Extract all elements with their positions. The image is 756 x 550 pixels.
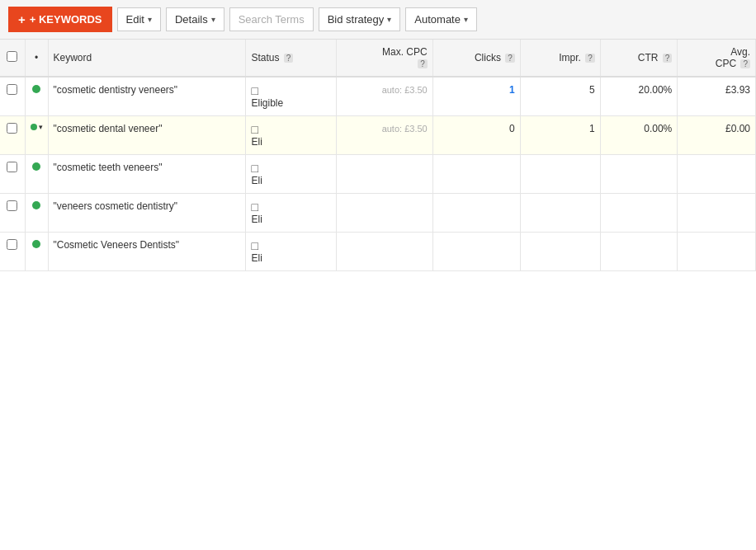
row-clicks-cell: 1	[432, 77, 520, 116]
row-checkbox-cell	[0, 116, 25, 155]
row-keyword-cell: "cosmetic dentistry veneers"	[48, 77, 246, 116]
status-icon: □	[251, 84, 258, 97]
row-checkbox[interactable]	[7, 123, 17, 134]
row-impr-cell	[520, 155, 600, 194]
search-terms-label: Search Terms	[239, 13, 305, 26]
row-keyword-cell: "cosmetic teeth veneers"	[48, 155, 246, 194]
row-keyword-cell: "Cosmetic Veneers Dentists"	[48, 233, 246, 271]
avg-cpc-help-icon[interactable]: ?	[740, 59, 750, 68]
row-clicks-cell	[432, 233, 520, 271]
dot-dropdown-caret-icon: ▾	[39, 123, 43, 131]
toolbar: + + KEYWORDS Edit ▾ Details ▾ Search Ter…	[0, 0, 756, 40]
row-checkbox[interactable]	[7, 162, 17, 172]
row-avg-cpc-cell: £0.00	[678, 116, 756, 155]
row-avg-cpc-cell: £3.93	[678, 77, 756, 116]
status-text: Eligible	[251, 97, 283, 109]
status-text: Eli	[251, 175, 262, 186]
search-terms-button[interactable]: Search Terms	[229, 7, 314, 31]
row-ctr-cell	[600, 155, 678, 194]
row-impr-cell: 1	[520, 116, 600, 155]
select-all-checkbox[interactable]	[7, 51, 17, 62]
header-avg-cpc-col: Avg.CPC ?	[678, 40, 756, 77]
edit-button[interactable]: Edit ▾	[117, 7, 161, 31]
details-label: Details	[175, 13, 208, 26]
row-impr-cell: 5	[520, 77, 600, 116]
status-text: Eli	[251, 136, 262, 148]
edit-label: Edit	[126, 13, 144, 26]
status-icon: □	[251, 200, 258, 214]
row-checkbox[interactable]	[7, 200, 17, 211]
details-button[interactable]: Details ▾	[166, 7, 224, 31]
impr-help-icon[interactable]: ?	[585, 54, 595, 63]
header-checkbox-col	[0, 40, 25, 77]
row-max-cpc-cell: auto: £3.50	[337, 116, 433, 155]
row-impr-cell	[520, 194, 600, 233]
status-text: Eli	[251, 214, 262, 225]
row-avg-cpc-cell	[678, 194, 756, 233]
row-status-cell: □Eli	[246, 233, 337, 271]
row-clicks-cell	[432, 194, 520, 233]
row-keyword-cell: "cosmetic dental veneer"	[48, 116, 246, 155]
row-dot-cell	[25, 194, 48, 233]
clicks-value: 0	[509, 123, 515, 134]
row-ctr-cell	[600, 233, 678, 271]
header-dot-col: •	[25, 40, 48, 77]
header-ctr-col: CTR ?	[600, 40, 678, 77]
automate-label: Automate	[414, 13, 461, 26]
plus-icon: +	[18, 12, 26, 26]
automate-button[interactable]: Automate ▾	[405, 7, 477, 31]
max-cpc-value: auto: £3.50	[382, 85, 428, 95]
table-row: "Cosmetic Veneers Dentists"□Eli	[0, 233, 756, 271]
status-icon: □	[251, 162, 258, 175]
max-cpc-help-icon[interactable]: ?	[418, 59, 428, 68]
ctr-help-icon[interactable]: ?	[663, 54, 673, 63]
row-avg-cpc-cell	[678, 233, 756, 271]
row-status-cell: □Eli	[246, 116, 337, 155]
green-dot-icon	[32, 201, 40, 209]
row-checkbox-cell	[0, 194, 25, 233]
keywords-button[interactable]: + + KEYWORDS	[8, 7, 112, 32]
header-clicks-col: Clicks ?	[432, 40, 520, 77]
row-clicks-cell	[432, 155, 520, 194]
clicks-help-icon[interactable]: ?	[505, 54, 515, 63]
green-dot-icon	[31, 124, 37, 130]
table-row: "veneers cosmetic dentistry"□Eli	[0, 194, 756, 233]
header-status-col: Status ?	[246, 40, 337, 77]
header-max-cpc-col: Max. CPC?	[337, 40, 433, 77]
automate-caret-icon: ▾	[464, 15, 468, 24]
row-ctr-cell: 20.00%	[600, 77, 678, 116]
status-help-icon[interactable]: ?	[284, 54, 294, 63]
row-clicks-cell: 0	[432, 116, 520, 155]
row-checkbox-cell	[0, 233, 25, 271]
status-icon: □	[251, 123, 258, 136]
row-checkbox-cell	[0, 155, 25, 194]
row-checkbox[interactable]	[7, 84, 17, 95]
row-checkbox[interactable]	[7, 239, 17, 250]
edit-caret-icon: ▾	[148, 15, 152, 24]
row-max-cpc-cell	[337, 155, 433, 194]
header-impr-col: Impr. ?	[520, 40, 600, 77]
green-dot-icon	[32, 162, 40, 171]
bid-strategy-button[interactable]: Bid strategy ▾	[319, 7, 401, 31]
green-dot-icon	[32, 85, 40, 93]
status-icon: □	[251, 239, 258, 252]
keywords-button-label: + KEYWORDS	[30, 13, 102, 26]
row-status-cell: □Eli	[246, 194, 337, 233]
keywords-table: • Keyword Status ? Max. CPC? Clicks ? Im…	[0, 40, 756, 271]
status-text: Eli	[251, 252, 262, 264]
row-ctr-cell: 0.00%	[600, 116, 678, 155]
row-checkbox-cell	[0, 77, 25, 116]
dot-dropdown[interactable]: ▾	[31, 123, 43, 131]
row-dot-cell: ▾	[25, 116, 48, 155]
row-dot-cell	[25, 155, 48, 194]
table-row: "cosmetic dentistry veneers"□Eligibleaut…	[0, 77, 756, 116]
table-row: ▾"cosmetic dental veneer"□Eliauto: £3.50…	[0, 116, 756, 155]
header-keyword-col: Keyword	[48, 40, 246, 77]
row-dot-cell	[25, 77, 48, 116]
bid-strategy-label: Bid strategy	[328, 13, 385, 26]
bid-strategy-caret-icon: ▾	[387, 15, 391, 24]
clicks-value: 1	[509, 84, 515, 96]
row-max-cpc-cell	[337, 194, 433, 233]
row-status-cell: □Eligible	[246, 77, 337, 116]
row-status-cell: □Eli	[246, 155, 337, 194]
